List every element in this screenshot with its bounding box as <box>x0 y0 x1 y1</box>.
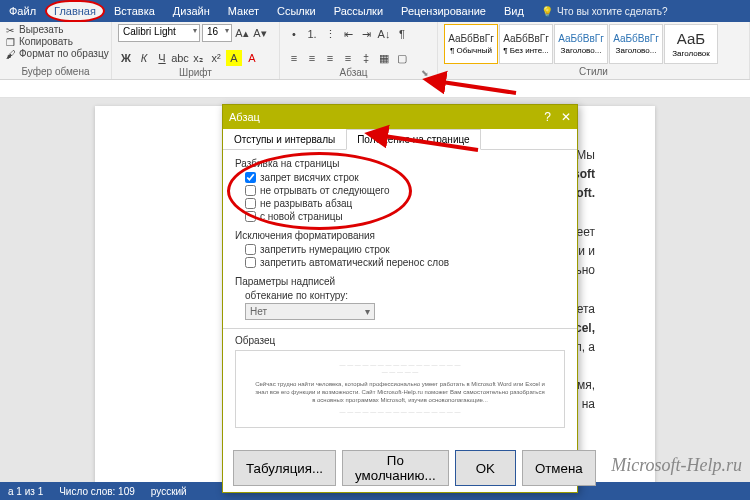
help-button[interactable]: ? <box>544 110 551 124</box>
sort-button[interactable]: A↓ <box>376 26 392 42</box>
tellme-search[interactable]: 💡 Что вы хотите сделать? <box>541 6 668 17</box>
cut-button[interactable]: ✂Вырезать <box>6 24 63 35</box>
close-button[interactable]: ✕ <box>561 110 571 124</box>
word-count[interactable]: Число слов: 109 <box>59 486 135 497</box>
page-count[interactable]: а 1 из 1 <box>8 486 43 497</box>
sample-preview: — — — — — — — — — — — — — — — —— — — — —… <box>235 350 565 428</box>
tab-review[interactable]: Рецензирование <box>392 0 495 22</box>
style-title[interactable]: АаБЗаголовок <box>664 24 718 64</box>
tab-home[interactable]: Главная <box>45 0 105 22</box>
paragraph-dialog: Абзац ? ✕ Отступы и интервалы Положение … <box>222 104 578 493</box>
style-heading2[interactable]: АаБбВвГгЗаголово... <box>609 24 663 64</box>
ok-button[interactable]: OK <box>455 450 516 486</box>
shading-button[interactable]: ▦ <box>376 50 392 66</box>
bullets-button[interactable]: • <box>286 26 302 42</box>
shrink-font-button[interactable]: A▾ <box>252 25 268 41</box>
bold-button[interactable]: Ж <box>118 50 134 66</box>
wrap-select: Нет▾ <box>245 303 375 320</box>
styles-gallery[interactable]: АаБбВвГг¶ Обычный АаБбВвГг¶ Без инте... … <box>444 24 718 64</box>
font-color-button[interactable]: A <box>244 50 260 66</box>
tab-insert[interactable]: Вставка <box>105 0 164 22</box>
format-painter-button[interactable]: 🖌Формат по образцу <box>6 48 109 59</box>
cancel-button[interactable]: Отмена <box>522 450 596 486</box>
align-left-button[interactable]: ≡ <box>286 50 302 66</box>
wrap-label: обтекание по контуру: <box>245 290 565 301</box>
page-break-before-checkbox[interactable]: с новой страницы <box>245 211 565 222</box>
align-center-button[interactable]: ≡ <box>304 50 320 66</box>
tab-references[interactable]: Ссылки <box>268 0 325 22</box>
numbering-button[interactable]: 1. <box>304 26 320 42</box>
tab-layout[interactable]: Макет <box>219 0 268 22</box>
highlight-button[interactable]: A <box>226 50 242 66</box>
formatting-exceptions-label: Исключения форматирования <box>235 230 565 241</box>
no-hyphenation-checkbox[interactable]: запретить автоматический перенос слов <box>245 257 565 268</box>
style-no-spacing[interactable]: АаБбВвГг¶ Без инте... <box>499 24 553 64</box>
font-size-select[interactable]: 16 <box>202 24 232 42</box>
tab-file[interactable]: Файл <box>0 0 45 22</box>
lightbulb-icon: 💡 <box>541 6 553 17</box>
scissors-icon: ✂ <box>6 25 16 35</box>
indent-button[interactable]: ⇥ <box>358 26 374 42</box>
language-indicator[interactable]: русский <box>151 486 187 497</box>
tab-page-position[interactable]: Положение на странице <box>346 129 480 150</box>
style-normal[interactable]: АаБбВвГг¶ Обычный <box>444 24 498 64</box>
strike-button[interactable]: abc <box>172 50 188 66</box>
tellme-label: Что вы хотите сделать? <box>557 6 668 17</box>
pagination-section-label: Разбивка на страницы <box>235 158 565 169</box>
paragraph-dialog-launcher[interactable]: ⬊ <box>421 68 429 78</box>
line-spacing-button[interactable]: ‡ <box>358 50 374 66</box>
align-right-button[interactable]: ≡ <box>322 50 338 66</box>
show-marks-button[interactable]: ¶ <box>394 26 410 42</box>
sample-label: Образец <box>235 335 565 346</box>
superscript-button[interactable]: x² <box>208 50 224 66</box>
subscript-button[interactable]: x₂ <box>190 50 206 66</box>
widow-orphan-checkbox[interactable]: запрет висячих строк <box>245 172 565 183</box>
dialog-title: Абзац <box>229 111 260 123</box>
justify-button[interactable]: ≡ <box>340 50 356 66</box>
copy-icon: ❐ <box>6 37 16 47</box>
outdent-button[interactable]: ⇤ <box>340 26 356 42</box>
italic-button[interactable]: К <box>136 50 152 66</box>
font-group-label: Шрифт <box>118 66 273 78</box>
ruler[interactable] <box>0 80 750 98</box>
chevron-down-icon: ▾ <box>365 306 370 317</box>
clipboard-group-label: Буфер обмена <box>6 65 105 77</box>
paragraph-group-label: Абзац <box>286 66 421 78</box>
tabs-button[interactable]: Табуляция... <box>233 450 336 486</box>
style-heading1[interactable]: АаБбВвГгЗаголово... <box>554 24 608 64</box>
borders-button[interactable]: ▢ <box>394 50 410 66</box>
suppress-line-numbers-checkbox[interactable]: запретить нумерацию строк <box>245 244 565 255</box>
tab-indents[interactable]: Отступы и интервалы <box>223 129 346 150</box>
font-name-select[interactable]: Calibri Light <box>118 24 200 42</box>
keep-together-checkbox[interactable]: не разрывать абзац <box>245 198 565 209</box>
styles-group-label: Стили <box>444 65 743 77</box>
default-button[interactable]: По умолчанию... <box>342 450 449 486</box>
tab-mailings[interactable]: Рассылки <box>325 0 392 22</box>
multilevel-button[interactable]: ⋮ <box>322 26 338 42</box>
textbox-options-label: Параметры надписей <box>235 276 565 287</box>
underline-button[interactable]: Ч <box>154 50 170 66</box>
grow-font-button[interactable]: A▴ <box>234 25 250 41</box>
tab-view[interactable]: Вид <box>495 0 533 22</box>
tab-design[interactable]: Дизайн <box>164 0 219 22</box>
copy-button[interactable]: ❐Копировать <box>6 36 73 47</box>
keep-with-next-checkbox[interactable]: не отрывать от следующего <box>245 185 565 196</box>
brush-icon: 🖌 <box>6 49 16 59</box>
watermark: Microsoft-Help.ru <box>611 455 742 476</box>
